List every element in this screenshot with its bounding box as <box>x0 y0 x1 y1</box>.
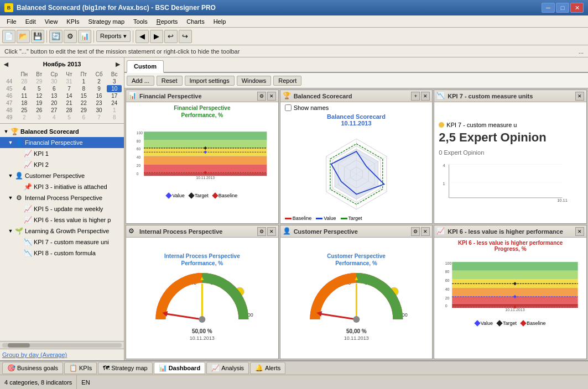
tree-customer[interactable]: ▼ 👤 Customer Perspective <box>0 170 124 181</box>
cal-next[interactable]: ► <box>114 60 122 69</box>
tree-internal-label: Internal Process Perspective <box>25 195 102 201</box>
tree-expand-kpi7 <box>15 238 23 246</box>
menu-file[interactable]: File <box>2 17 21 26</box>
tab-dashboard[interactable]: 📊 Dashboard <box>154 362 205 374</box>
menu-charts[interactable]: Charts <box>182 17 209 26</box>
tab-analysis[interactable]: 📈 Analysis <box>206 362 249 374</box>
minimize-button[interactable]: ─ <box>542 3 555 13</box>
kpi6-legend-baseline: Baseline <box>527 320 546 326</box>
tree-kpi2[interactable]: 📈 KPI 2 <box>0 159 124 170</box>
tree-kpi3[interactable]: 📌 KPI 3 - initiative is attached <box>0 181 124 192</box>
cal-prev[interactable]: ◄ <box>2 60 10 69</box>
financial-panel-icon: 📊 <box>128 92 137 101</box>
bsc-add-btn[interactable]: + <box>411 92 420 101</box>
tab-custom[interactable]: Custom <box>127 60 164 73</box>
internal-close-btn[interactable]: ✕ <box>267 227 276 236</box>
tree-kpi8-label: KPI 8 - custom formula <box>34 250 96 256</box>
menu-view[interactable]: View <box>40 17 63 26</box>
svg-point-65 <box>353 316 360 323</box>
tab-bar: Custom <box>124 57 588 73</box>
kpi7-close-btn[interactable]: ✕ <box>575 92 584 101</box>
tree-expand-internal[interactable]: ▼ <box>7 194 14 202</box>
tree-expand-kpi5 <box>15 205 23 213</box>
tree-expand-financial[interactable]: ▼ <box>7 139 14 146</box>
reports-dropdown[interactable]: Reports ▾ <box>96 30 131 42</box>
menu-reports[interactable]: Reports <box>152 17 183 26</box>
financial-chart-title: Financial PerspectivePerformance, % <box>128 104 276 119</box>
panel-kpi6: 📈 KPI 6 - less value is higher performan… <box>434 225 587 359</box>
back-button[interactable]: ◀ <box>136 30 149 43</box>
chart-button[interactable]: 📊 <box>78 30 91 43</box>
menu-kpis[interactable]: KPIs <box>62 17 84 26</box>
open-button[interactable]: 📂 <box>17 30 30 43</box>
redo-button[interactable]: ↪ <box>179 30 192 43</box>
more-button[interactable]: ... <box>579 48 584 55</box>
bottom-tabs: 🎯 Business goals 📋 KPIs 🗺 Strategy map 📊… <box>0 360 588 375</box>
tab-strategy-map[interactable]: 🗺 Strategy map <box>98 362 152 374</box>
right-content: Custom Add ... Reset Import settings Win… <box>124 57 588 360</box>
internal-panel-header: ⚙ Internal Process Perspective ⚙ ✕ <box>126 225 278 238</box>
tree-internal[interactable]: ▼ ⚙ Internal Process Perspective <box>0 192 124 203</box>
tab-kpis[interactable]: 📋 KPIs <box>64 362 97 374</box>
legend-baseline: Baseline <box>218 193 238 198</box>
new-button[interactable]: 📄 <box>2 30 15 43</box>
tree-kpi5[interactable]: 📈 KPI 5 - update me weekly <box>0 203 124 214</box>
tab-business-goals[interactable]: 🎯 Business goals <box>2 362 63 374</box>
menu-help[interactable]: Help <box>209 17 231 26</box>
menu-tools[interactable]: Tools <box>129 17 152 26</box>
tree-expand-root[interactable]: ▼ <box>2 128 10 135</box>
internal-icon: ⚙ <box>14 193 23 202</box>
tree-kpi8[interactable]: 📉 KPI 8 - custom formula <box>0 248 124 259</box>
kpi6-legend: Value Target Baseline <box>436 320 584 326</box>
tab-alerts[interactable]: 🔔 Alerts <box>250 362 285 374</box>
tree-financial[interactable]: ▼ 👤 Financial Perspective <box>0 137 124 148</box>
tree-kpi6-label: KPI 6 - less value is higher p <box>34 217 111 223</box>
tree-kpi6[interactable]: 📈 KPI 6 - less value is higher p <box>0 214 124 225</box>
kpi6-close-btn[interactable]: ✕ <box>575 227 584 236</box>
group-by-link[interactable]: Group by day (Average) <box>2 351 67 358</box>
maximize-button[interactable]: □ <box>556 3 569 13</box>
menu-bar: File Edit View KPIs Strategy map Tools R… <box>0 15 588 28</box>
svg-text:10.11.2013: 10.11.2013 <box>344 335 368 341</box>
kpi7-panel-title: KPI 7 - custom measure units <box>447 93 575 99</box>
tree-expand-learning[interactable]: ▼ <box>7 227 14 235</box>
svg-text:60: 60 <box>137 147 141 151</box>
report-btn[interactable]: Report <box>273 76 301 86</box>
h-scroll-thumb[interactable] <box>8 343 30 348</box>
settings-button[interactable]: ⚙ <box>64 30 77 43</box>
undo-button[interactable]: ↩ <box>164 30 178 43</box>
customer-close-btn[interactable]: ✕ <box>421 227 430 236</box>
bsc-close-btn[interactable]: ✕ <box>421 92 430 101</box>
menu-edit[interactable]: Edit <box>21 17 40 26</box>
financial-bar-chart: Financial PerspectivePerformance, % 100 … <box>128 104 276 221</box>
main-toolbar: 📄 📂 💾 🔄 ⚙ 📊 Reports ▾ ◀ ▶ ↩ ↪ <box>0 28 588 45</box>
windows-btn[interactable]: Windows <box>237 76 272 86</box>
customer-settings-btn[interactable]: ⚙ <box>411 227 420 236</box>
tree-learning[interactable]: ▼ 🌱 Learning & Growth Perspective <box>0 225 124 236</box>
show-names-label: Show names <box>294 104 329 111</box>
show-names-checkbox[interactable] <box>285 104 292 111</box>
tree-kpi1[interactable]: 📈 KPI 1 <box>0 148 124 159</box>
save-button[interactable]: 💾 <box>31 30 44 43</box>
h-scroll[interactable] <box>0 341 124 349</box>
add-btn[interactable]: Add ... <box>127 76 154 86</box>
menu-strategy-map[interactable]: Strategy map <box>84 17 129 26</box>
close-button[interactable]: ✕ <box>570 3 584 13</box>
left-panel: ◄ Ноябрь 2013 ► Пн Вт Ср Чт Пт Сб Вс 44 … <box>0 57 124 360</box>
strategy-map-label: Strategy map <box>111 365 147 371</box>
internal-chart-title: Internal Process PerspectivePerformance,… <box>164 253 240 267</box>
financial-close-btn[interactable]: ✕ <box>267 92 276 101</box>
dash-toolbar: Add ... Reset Import settings Windows Re… <box>124 73 588 88</box>
reset-btn[interactable]: Reset <box>157 76 183 86</box>
panel-financial: 📊 Financial Perspective ⚙ ✕ Financial Pe… <box>126 90 279 224</box>
tree-kpi7[interactable]: 📉 KPI 7 - custom measure uni <box>0 236 124 248</box>
tree-expand-customer[interactable]: ▼ <box>7 172 14 180</box>
svg-text:20: 20 <box>445 296 450 300</box>
financial-panel-controls: ⚙ ✕ <box>257 92 276 101</box>
import-btn[interactable]: Import settings <box>185 76 235 86</box>
internal-settings-btn[interactable]: ⚙ <box>257 227 266 236</box>
financial-settings-btn[interactable]: ⚙ <box>257 92 266 101</box>
forward-button[interactable]: ▶ <box>150 30 163 43</box>
tree-root[interactable]: ▼ 🏆 Balanced Scorecard <box>0 126 124 137</box>
refresh-button[interactable]: 🔄 <box>49 30 63 43</box>
